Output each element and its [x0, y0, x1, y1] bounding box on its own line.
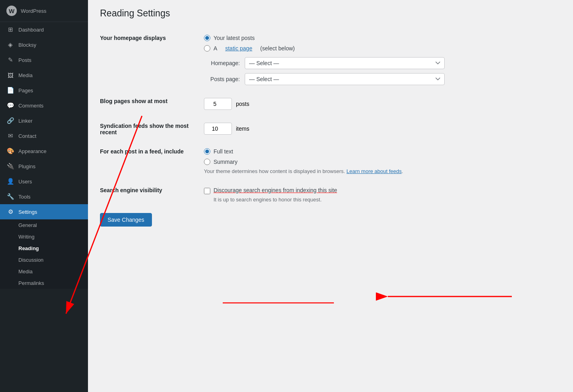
search-visibility-checkbox[interactable] [204, 188, 210, 194]
sidebar-item-posts[interactable]: ✎ Posts [0, 52, 88, 68]
save-changes-button[interactable]: Save Changes [100, 213, 152, 227]
sidebar-item-plugins[interactable]: 🔌 Plugins [0, 159, 88, 174]
radio-static-input[interactable] [204, 45, 210, 52]
settings-submenu: General Writing Reading Discussion Media… [0, 219, 88, 289]
comments-icon: 💬 [6, 101, 14, 109]
blog-pages-cell: posts [204, 92, 561, 116]
sidebar-item-tools[interactable]: 🔧 Tools [0, 189, 88, 204]
sidebar-item-comments[interactable]: 💬 Comments [0, 98, 88, 113]
radio-full-input[interactable] [204, 148, 210, 155]
search-visibility-hint: It is up to search engines to honor this… [214, 197, 561, 203]
contact-icon: ✉ [6, 132, 14, 140]
settings-form: Your homepage displays Your latest posts… [100, 28, 561, 209]
sidebar-item-label: Linker [18, 118, 32, 124]
sidebar-item-label: Comments [18, 103, 44, 109]
linker-icon: 🔗 [6, 117, 14, 125]
submenu-media-label: Media [18, 269, 32, 275]
submenu-media[interactable]: Media [0, 266, 88, 277]
blog-pages-input[interactable] [204, 98, 232, 110]
sidebar-item-label: Appearance [18, 148, 46, 154]
posts-icon: ✎ [6, 56, 14, 64]
sidebar-logo: W WordPress [0, 0, 88, 22]
submenu-discussion[interactable]: Discussion [0, 254, 88, 266]
feed-info: Your theme determines how content is dis… [204, 168, 561, 174]
posts-page-select[interactable]: — Select — [245, 73, 445, 85]
radio-summary[interactable]: Summary [204, 159, 561, 165]
syndication-feeds-input[interactable] [204, 123, 232, 135]
plugins-icon: 🔌 [6, 162, 14, 170]
static-page-link[interactable]: static page [225, 45, 252, 52]
feed-include-cell: Full text Summary Your theme determines … [204, 142, 561, 181]
radio-static-suffix: (select below) [260, 45, 295, 52]
radio-latest-label: Your latest posts [214, 35, 255, 41]
radio-latest-posts[interactable]: Your latest posts [204, 35, 561, 41]
sidebar-item-label: Users [18, 179, 32, 185]
sidebar-item-linker[interactable]: 🔗 Linker [0, 113, 88, 128]
radio-full-label: Full text [214, 148, 233, 155]
sidebar-item-label: Settings [18, 209, 37, 215]
search-visibility-checkbox-label[interactable]: Discourage search engines from indexing … [204, 187, 561, 194]
sidebar-item-label: Contact [18, 133, 36, 139]
search-visibility-label: Search engine visibility [100, 181, 204, 209]
radio-summary-input[interactable] [204, 159, 210, 165]
sidebar-item-settings[interactable]: ⚙ Settings [0, 204, 88, 219]
homepage-select-label: Homepage: [204, 60, 240, 66]
dashboard-icon: ⊞ [6, 26, 14, 34]
homepage-select[interactable]: — Select — [245, 57, 445, 69]
main-content: Reading Settings Your homepage displays … [88, 0, 573, 392]
sidebar-item-pages[interactable]: 📄 Pages [0, 83, 88, 98]
homepage-displays-cell: Your latest posts A static page (select … [204, 28, 561, 92]
sidebar-item-label: Media [18, 72, 32, 78]
submenu-permalinks-label: Permalinks [18, 280, 44, 286]
sidebar-item-blocksy[interactable]: ◈ Blocksy [0, 37, 88, 52]
syndication-feeds-suffix: items [236, 125, 249, 132]
sidebar-item-label: Blocksy [18, 42, 36, 48]
sidebar-item-label: Plugins [18, 163, 36, 169]
syndication-feeds-cell: items [204, 116, 561, 142]
search-visibility-checkbox-text: Discourage search engines from indexing … [214, 187, 337, 193]
sidebar-item-label: Posts [18, 57, 32, 63]
syndication-feeds-row: Syndication feeds show the most recent i… [100, 116, 561, 142]
submenu-general[interactable]: General [0, 219, 88, 231]
sidebar-item-media[interactable]: 🖼 Media [0, 68, 88, 83]
tools-icon: 🔧 [6, 193, 14, 201]
radio-latest-input[interactable] [204, 35, 210, 41]
search-visibility-cell: Discourage search engines from indexing … [204, 181, 561, 209]
blog-pages-row: Blog pages show at most posts [100, 92, 561, 116]
sidebar-item-label: Dashboard [18, 27, 44, 33]
sidebar-item-label: Tools [18, 194, 30, 200]
appearance-icon: 🎨 [6, 147, 14, 155]
pages-icon: 📄 [6, 86, 14, 94]
submenu-permalinks[interactable]: Permalinks [0, 277, 88, 289]
sidebar-item-contact[interactable]: ✉ Contact [0, 128, 88, 143]
radio-full-text[interactable]: Full text [204, 148, 561, 155]
sidebar-item-users[interactable]: 👤 Users [0, 174, 88, 189]
posts-page-select-label: Posts page: [204, 76, 240, 82]
search-visibility-row: Search engine visibility Discourage sear… [100, 181, 561, 209]
feed-include-label: For each post in a feed, include [100, 142, 204, 181]
radio-summary-label: Summary [214, 159, 238, 165]
blog-pages-input-row: posts [204, 98, 561, 110]
feed-learn-more-link[interactable]: Learn more about feeds [347, 168, 402, 174]
radio-static-prefix: A [214, 45, 217, 52]
media-icon: 🖼 [6, 71, 14, 79]
sidebar-nav: ⊞ Dashboard ◈ Blocksy ✎ Posts 🖼 Media 📄 … [0, 22, 88, 289]
sidebar-item-dashboard[interactable]: ⊞ Dashboard [0, 22, 88, 37]
homepage-displays-label: Your homepage displays [100, 28, 204, 92]
settings-icon: ⚙ [6, 208, 14, 216]
submenu-discussion-label: Discussion [18, 257, 44, 263]
sidebar-item-label: Pages [18, 88, 33, 94]
homepage-radio-group: Your latest posts A static page (select … [204, 35, 561, 52]
submenu-writing[interactable]: Writing [0, 231, 88, 243]
sidebar-item-appearance[interactable]: 🎨 Appearance [0, 143, 88, 159]
syndication-feeds-label: Syndication feeds show the most recent [100, 116, 204, 142]
submenu-general-label: General [18, 222, 37, 228]
feed-radio-group: Full text Summary [204, 148, 561, 165]
feed-info-suffix: . [402, 168, 403, 174]
feed-info-text: Your theme determines how content is dis… [204, 168, 345, 174]
page-title: Reading Settings [100, 8, 561, 19]
submenu-reading[interactable]: Reading [0, 243, 88, 254]
homepage-select-row: Homepage: — Select — [204, 57, 561, 69]
users-icon: 👤 [6, 177, 14, 185]
radio-static-page[interactable]: A static page (select below) [204, 45, 561, 52]
